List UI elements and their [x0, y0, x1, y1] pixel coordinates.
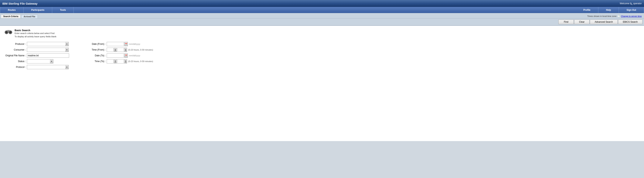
welcome-text: Welcome fg_operator	[620, 2, 642, 5]
protocol-input[interactable]	[27, 65, 65, 69]
status-label: Status :	[4, 60, 26, 63]
nav-profile[interactable]: Profile	[576, 7, 598, 13]
time-from-hours-spin[interactable]: ▲▼	[114, 48, 117, 52]
basic-search-desc2: To display all activity leave query fiel…	[14, 35, 56, 38]
date-from-row: Date (From) : 📅 mm/dd/yyyy	[84, 42, 153, 46]
clear-button[interactable]: Clear	[574, 20, 590, 24]
nav-participants[interactable]: Participants	[24, 7, 52, 13]
time-to-wrapper: ▲▼ ▲▼ (0-23 hours, 0-59 minutes)	[107, 59, 153, 63]
time-to-hours-spin[interactable]: ▲▼	[114, 59, 117, 63]
status-input[interactable]	[27, 59, 50, 63]
main-content: Basic Search Enter search criteria below…	[0, 26, 644, 141]
date-to-label: Date (To) :	[84, 54, 106, 57]
find-button[interactable]: Find	[558, 20, 574, 24]
date-to-input[interactable]	[107, 53, 124, 58]
basic-search-desc1: Enter search criteria below and select F…	[14, 32, 56, 35]
basic-search-title: Basic Search	[14, 29, 56, 32]
navbar: Routes Participants Tools Profile Help S…	[0, 7, 644, 13]
timezone-label: Times shown in local time zone	[587, 15, 616, 17]
time-from-minutes-input[interactable]	[117, 48, 124, 52]
status-row: Status : ▼	[4, 59, 69, 63]
nav-tools[interactable]: Tools	[52, 7, 74, 13]
consumer-input[interactable]	[27, 48, 65, 52]
status-input-wrapper: ▼	[27, 59, 53, 63]
date-from-cal-btn[interactable]: 📅	[124, 42, 128, 46]
time-to-hours-input[interactable]	[107, 59, 114, 63]
nav-signout[interactable]: Sign Out	[619, 7, 644, 13]
ebics-search-button[interactable]: EBICS Search	[618, 20, 642, 24]
producer-input[interactable]	[27, 42, 65, 46]
time-to-label: Time (To) :	[84, 60, 106, 63]
action-bar: Find Clear Advanced Search EBICS Search	[0, 19, 644, 26]
producer-input-wrapper: ▼	[27, 42, 69, 46]
time-from-label: Time (From) :	[84, 48, 106, 51]
status-dropdown-btn[interactable]: ▼	[50, 59, 53, 63]
nav-help[interactable]: Help	[598, 7, 619, 13]
tab-search-criteria[interactable]: Search Criteria	[1, 15, 21, 18]
original-file-name-input[interactable]	[27, 53, 69, 58]
search-form: Producer : ▼ Consumer : ▼ Original File …	[4, 42, 640, 69]
clock-icon: 🕐	[617, 15, 620, 18]
form-left: Producer : ▼ Consumer : ▼ Original File …	[4, 42, 69, 69]
date-from-label: Date (From) :	[84, 43, 106, 45]
nav-routes[interactable]: Routes	[0, 7, 24, 13]
svg-point-3	[10, 31, 11, 33]
timezone-link[interactable]: Change to server time	[621, 15, 642, 17]
basic-search-info: Basic Search Enter search criteria below…	[14, 29, 56, 38]
consumer-input-wrapper: ▼	[27, 48, 69, 52]
protocol-input-wrapper: ▼	[27, 65, 69, 69]
original-file-name-row: Original File Name :	[4, 53, 69, 58]
time-from-minutes-spin[interactable]: ▲▼	[124, 48, 127, 52]
date-to-wrapper: 📅 mm/dd/yyyy	[107, 53, 140, 58]
timezone-info: Times shown in local time zone 🕐 Change …	[587, 15, 642, 18]
tabs-bar: Search Criteria Arrived File Times shown…	[0, 13, 644, 19]
tab-arrived-file[interactable]: Arrived File	[21, 15, 38, 18]
producer-row: Producer : ▼	[4, 42, 69, 46]
consumer-label: Consumer :	[4, 48, 26, 51]
basic-search-header: Basic Search Enter search criteria below…	[4, 29, 640, 38]
svg-point-2	[6, 31, 8, 33]
time-to-minutes-spin[interactable]: ▲▼	[124, 59, 127, 63]
producer-label: Producer :	[4, 43, 26, 45]
time-from-hours-input[interactable]	[107, 48, 114, 52]
producer-dropdown-btn[interactable]: ▼	[65, 42, 69, 46]
consumer-dropdown-btn[interactable]: ▼	[65, 48, 69, 52]
svg-rect-5	[8, 30, 8, 31]
protocol-dropdown-btn[interactable]: ▼	[65, 65, 69, 69]
advanced-search-button[interactable]: Advanced Search	[590, 20, 618, 24]
time-from-row: Time (From) : ▲▼ ▲▼ (0-23 hours, 0-59 mi…	[84, 48, 153, 52]
protocol-label: Protocol :	[4, 66, 26, 68]
date-from-placeholder: mm/dd/yyyy	[129, 43, 140, 45]
date-to-placeholder: mm/dd/yyyy	[129, 54, 140, 57]
original-file-name-label: Original File Name :	[4, 54, 26, 57]
form-right: Date (From) : 📅 mm/dd/yyyy Time (From) :…	[84, 42, 153, 69]
svg-rect-6	[9, 30, 10, 31]
time-to-minutes-input[interactable]	[117, 59, 124, 63]
date-from-wrapper: 📅 mm/dd/yyyy	[107, 42, 140, 46]
consumer-row: Consumer : ▼	[4, 48, 69, 52]
date-to-cal-btn[interactable]: 📅	[124, 53, 128, 58]
date-to-row: Date (To) : 📅 mm/dd/yyyy	[84, 53, 153, 58]
time-from-wrapper: ▲▼ ▲▼ (0-23 hours, 0-59 minutes)	[107, 48, 153, 52]
time-to-hint: (0-23 hours, 0-59 minutes)	[128, 60, 153, 63]
binoculars-icon	[4, 29, 12, 35]
time-from-hint: (0-23 hours, 0-59 minutes)	[128, 49, 153, 51]
date-from-input[interactable]	[107, 42, 124, 46]
time-to-row: Time (To) : ▲▼ ▲▼ (0-23 hours, 0-59 minu…	[84, 59, 153, 63]
app-title: IBM Sterling File Gateway	[2, 2, 38, 5]
protocol-row: Protocol : ▼	[4, 65, 69, 69]
app-header: IBM Sterling File Gateway Welcome fg_ope…	[0, 0, 644, 7]
